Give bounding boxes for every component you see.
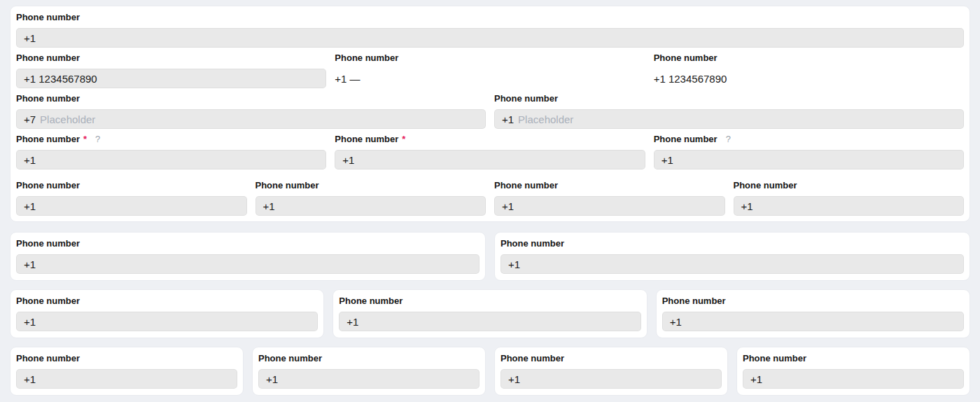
phone-number-input[interactable]: +1 [16,369,237,389]
phone-field-card: Phone number+1 [332,289,647,338]
phone-number-input[interactable]: +1 [743,369,964,389]
phone-number-input[interactable]: +1 [335,150,645,169]
phone-field: Phone number+1 [16,239,479,274]
dial-code-value: +1 [750,373,762,385]
phone-number-input[interactable]: +7Placeholder [16,109,486,129]
phone-number-readonly-value: +1 1234567890 [654,69,964,88]
phone-field-variants-card: Phone number+1Phone number+1 1234567890P… [10,6,970,222]
phone-field-card: Phone number+1 [494,232,970,281]
field-label-row: Phone number [16,239,479,248]
dial-code-value: +1 [741,200,753,212]
phone-number-input[interactable]: +1 [16,150,326,169]
field-label-row: Phone number [16,354,237,363]
field-label-row: Phone number [494,181,725,190]
phone-number-input[interactable]: +1 [16,254,479,274]
phone-field-card: Phone number+1 [736,347,970,396]
field-label-row: Phone number* [335,134,645,144]
input-placeholder: Placeholder [518,113,573,125]
dial-code-value: +1 [342,154,354,166]
phone-field: Phone number+1 [16,296,318,331]
phone-field: Phone number+1 1234567890 [654,53,964,88]
field-label: Phone number [494,94,558,103]
dial-code-value: +1 [24,200,36,212]
phone-number-input[interactable]: +1 1234567890 [16,69,326,88]
phone-field: Phone number+1 [16,354,237,389]
help-icon[interactable]: ? [726,134,731,144]
phone-number-input[interactable]: +1 [494,196,725,216]
phone-number-input[interactable]: +1 [500,254,964,274]
phone-number-input[interactable]: +1 [734,196,965,216]
field-label-row: Phone number [16,13,964,22]
dial-code-value: +1 [502,113,514,125]
field-label: Phone number [16,53,80,62]
dial-code-value: +1 [508,373,520,385]
phone-field: Phone number*?+1 [16,134,326,169]
phone-number-input[interactable]: +1 [662,312,964,331]
phone-number-input[interactable]: +1 [339,312,640,331]
card-row: Phone number+1Phone number+1 [10,232,970,281]
phone-number-input[interactable]: +1Placeholder [494,109,964,129]
phone-number-input[interactable]: +1 [500,369,722,389]
field-label-row: Phone number [16,296,318,305]
phone-number-input[interactable]: +1 [16,196,247,216]
field-row: Phone number+1Phone number+1Phone number… [16,181,964,216]
field-label-row: Phone number [16,94,486,103]
phone-field-card: Phone number+1 [10,232,486,281]
field-row: Phone number+7PlaceholderPhone number+1P… [16,94,964,129]
phone-field: Phone number+1 1234567890 [16,53,326,88]
card-sections: Phone number+1Phone number+1Phone number… [10,232,970,402]
phone-field: Phone number+1 [494,181,725,216]
dial-code-value: +1 [266,373,278,385]
phone-field-card: Phone number+1 [252,347,486,396]
field-label: Phone number [500,239,564,248]
field-label: Phone number [16,94,80,103]
required-asterisk: * [402,134,405,144]
field-label-row: Phone number*? [16,134,326,144]
phone-field: Phone number+1 [16,13,964,48]
field-label-row: Phone number [662,296,964,305]
field-label-row: Phone number [258,354,479,363]
field-label-row: Phone number [16,181,247,190]
card-row: Phone number+1Phone number+1Phone number… [10,289,970,338]
field-label-row: Phone number [494,94,964,103]
dial-code-value: +1 [670,316,682,328]
phone-field-card: Phone number+1 [10,289,324,338]
field-label: Phone number [255,181,319,190]
page: Phone number+1Phone number+1 1234567890P… [0,0,980,402]
required-asterisk: * [83,134,87,144]
phone-number-input[interactable]: +1 [16,28,964,48]
field-label: Phone number [335,134,398,144]
field-label: Phone number [258,354,322,363]
field-label-row: Phone number? [654,134,964,144]
field-label: Phone number [500,354,564,363]
phone-field: Phone number+7Placeholder [16,94,486,129]
phone-field: Phone number+1 [339,296,640,331]
field-label-row: Phone number [500,354,722,363]
phone-number-input[interactable]: +1 [255,196,486,216]
field-row: Phone number+1 [16,13,964,48]
field-label-row: Phone number [339,296,640,305]
card-row: Phone number+1Phone number+1Phone number… [10,347,970,396]
dial-code-value: +1 [662,154,673,166]
field-label-row: Phone number [335,53,645,62]
input-placeholder: Placeholder [40,113,95,125]
field-label: Phone number [494,181,558,190]
phone-field: Phone number+1 [258,354,479,389]
field-label-row: Phone number [255,181,486,190]
phone-field: Phone number+1 [662,296,964,331]
help-icon[interactable]: ? [95,134,100,144]
field-label-row: Phone number [654,53,964,62]
phone-number-input[interactable]: +1 [258,369,479,389]
phone-number-input[interactable]: +1 [16,312,318,331]
phone-number-input[interactable]: +1 [654,150,964,169]
phone-field: Phone number+1 [743,354,964,389]
phone-field-card: Phone number+1 [656,289,970,338]
field-label: Phone number [743,354,806,363]
phone-field: Phone number+1 [500,354,722,389]
dial-code-value: +1 [502,200,514,212]
dial-code-value: +7 [24,113,36,125]
dial-code-value: +1 [508,258,520,270]
phone-field: Phone number+1 [255,181,486,216]
dial-code-value: +1 [24,154,36,166]
dial-code-value: +1 [24,258,36,270]
